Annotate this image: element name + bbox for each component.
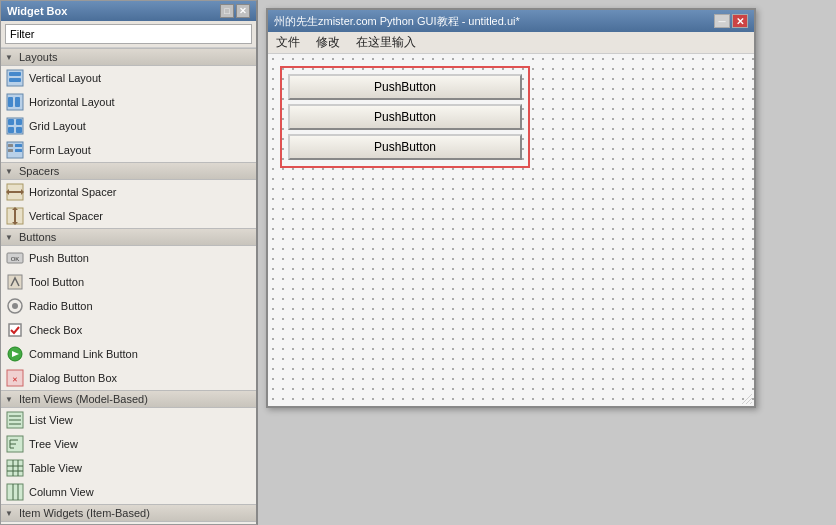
- svg-text:✕: ✕: [12, 376, 18, 383]
- sidebar-item-command-link-button[interactable]: Command Link Button: [1, 342, 256, 366]
- restore-button[interactable]: □: [220, 4, 234, 18]
- sidebar-item-dialog-button-box[interactable]: ✕ Dialog Button Box: [1, 366, 256, 390]
- section-item-widgets-label: Item Widgets (Item-Based): [19, 507, 150, 519]
- horizontal-spacer-label: Horizontal Spacer: [29, 186, 116, 198]
- svg-text:OK: OK: [11, 256, 20, 262]
- list-view-label: List View: [29, 414, 73, 426]
- check-box-label: Check Box: [29, 324, 82, 336]
- close-button[interactable]: ✕: [236, 4, 250, 18]
- menu-input-here[interactable]: 在这里输入: [352, 33, 420, 52]
- sidebar-item-form-layout[interactable]: Form Layout: [1, 138, 256, 162]
- command-link-button-icon: [5, 344, 25, 364]
- sidebar-item-push-button[interactable]: OK Push Button: [1, 246, 256, 270]
- form-layout-label: Form Layout: [29, 144, 91, 156]
- section-spacers-label: Spacers: [19, 165, 59, 177]
- menu-edit[interactable]: 修改: [312, 33, 344, 52]
- sidebar-item-horizontal-layout[interactable]: Horizontal Layout: [1, 90, 256, 114]
- svg-rect-15: [15, 149, 22, 152]
- column-view-icon: [5, 482, 25, 502]
- grid-layout-label: Grid Layout: [29, 120, 86, 132]
- tool-button-label: Tool Button: [29, 276, 84, 288]
- svg-rect-5: [15, 97, 20, 107]
- push-button-1[interactable]: PushButton: [288, 74, 522, 100]
- horizontal-layout-label: Horizontal Layout: [29, 96, 115, 108]
- sidebar-item-grid-layout[interactable]: Grid Layout: [1, 114, 256, 138]
- widget-box-title: Widget Box: [7, 5, 67, 17]
- sidebar-item-radio-button[interactable]: Radio Button: [1, 294, 256, 318]
- designer-menubar: 文件 修改 在这里输入: [268, 32, 754, 54]
- radio-button-label: Radio Button: [29, 300, 93, 312]
- form-container: PushButton PushButton PushButton: [280, 66, 530, 168]
- section-layouts[interactable]: Layouts: [1, 48, 256, 66]
- filter-input[interactable]: [5, 24, 252, 44]
- svg-rect-7: [8, 119, 14, 125]
- grid-layout-icon: [5, 116, 25, 136]
- vertical-spacer-icon: [5, 206, 25, 226]
- sidebar-item-horizontal-spacer[interactable]: Horizontal Spacer: [1, 180, 256, 204]
- widget-box: Widget Box □ ✕ Layouts Vertical Layout H…: [0, 0, 258, 525]
- check-box-icon: [5, 320, 25, 340]
- vertical-spacer-label: Vertical Spacer: [29, 210, 103, 222]
- designer-close-button[interactable]: ✕: [732, 14, 748, 28]
- table-view-label: Table View: [29, 462, 82, 474]
- sidebar-item-table-view[interactable]: Table View: [1, 456, 256, 480]
- designer-window-buttons: ─ ✕: [714, 14, 748, 28]
- main-area: 州的先生zmister.com Python GUI教程 - untitled.…: [258, 0, 836, 525]
- tree-view-icon: [5, 434, 25, 454]
- dialog-button-box-label: Dialog Button Box: [29, 372, 117, 384]
- sidebar-item-vertical-layout[interactable]: Vertical Layout: [1, 66, 256, 90]
- designer-window-title: 州的先生zmister.com Python GUI教程 - untitled.…: [274, 14, 520, 29]
- sidebar-item-tool-button[interactable]: Tool Button: [1, 270, 256, 294]
- sidebar-item-column-view[interactable]: Column View: [1, 480, 256, 504]
- designer-titlebar: 州的先生zmister.com Python GUI教程 - untitled.…: [268, 10, 754, 32]
- push-button-icon: OK: [5, 248, 25, 268]
- designer-window: 州的先生zmister.com Python GUI教程 - untitled.…: [266, 8, 756, 408]
- svg-rect-43: [7, 460, 23, 476]
- table-view-icon: [5, 458, 25, 478]
- svg-rect-29: [9, 324, 21, 336]
- widget-box-titlebar: Widget Box □ ✕: [1, 1, 256, 21]
- svg-rect-12: [8, 144, 13, 147]
- designer-canvas[interactable]: PushButton PushButton PushButton: [268, 54, 754, 406]
- svg-line-53: [750, 402, 752, 404]
- section-item-views-label: Item Views (Model-Based): [19, 393, 148, 405]
- dialog-button-box-icon: ✕: [5, 368, 25, 388]
- resize-handle-icon[interactable]: [742, 394, 752, 404]
- horizontal-spacer-icon: [5, 182, 25, 202]
- section-spacers[interactable]: Spacers: [1, 162, 256, 180]
- svg-rect-14: [8, 149, 13, 152]
- command-link-button-label: Command Link Button: [29, 348, 138, 360]
- svg-rect-8: [16, 119, 22, 125]
- push-button-2[interactable]: PushButton: [288, 104, 522, 130]
- svg-rect-4: [8, 97, 13, 107]
- section-buttons-label: Buttons: [19, 231, 56, 243]
- sidebar-item-check-box[interactable]: Check Box: [1, 318, 256, 342]
- horizontal-layout-icon: [5, 92, 25, 112]
- svg-rect-2: [9, 78, 21, 82]
- section-layouts-label: Layouts: [19, 51, 58, 63]
- section-buttons[interactable]: Buttons: [1, 228, 256, 246]
- titlebar-buttons: □ ✕: [220, 4, 250, 18]
- vertical-layout-icon: [5, 68, 25, 88]
- push-button-3[interactable]: PushButton: [288, 134, 522, 160]
- svg-rect-9: [8, 127, 14, 133]
- svg-point-28: [12, 303, 18, 309]
- svg-rect-1: [9, 72, 21, 76]
- radio-button-icon: [5, 296, 25, 316]
- section-item-views[interactable]: Item Views (Model-Based): [1, 390, 256, 408]
- menu-file[interactable]: 文件: [272, 33, 304, 52]
- push-button-label: Push Button: [29, 252, 89, 264]
- sidebar-item-vertical-spacer[interactable]: Vertical Spacer: [1, 204, 256, 228]
- sidebar-item-tree-view[interactable]: Tree View: [1, 432, 256, 456]
- list-view-icon: [5, 410, 25, 430]
- svg-rect-48: [7, 484, 23, 500]
- column-view-label: Column View: [29, 486, 94, 498]
- filter-row: [1, 21, 256, 48]
- tree-view-label: Tree View: [29, 438, 78, 450]
- section-item-widgets[interactable]: Item Widgets (Item-Based): [1, 504, 256, 522]
- form-layout-icon: [5, 140, 25, 160]
- sidebar-item-list-view[interactable]: List View: [1, 408, 256, 432]
- svg-rect-10: [16, 127, 22, 133]
- vertical-layout-label: Vertical Layout: [29, 72, 101, 84]
- designer-minimize-button[interactable]: ─: [714, 14, 730, 28]
